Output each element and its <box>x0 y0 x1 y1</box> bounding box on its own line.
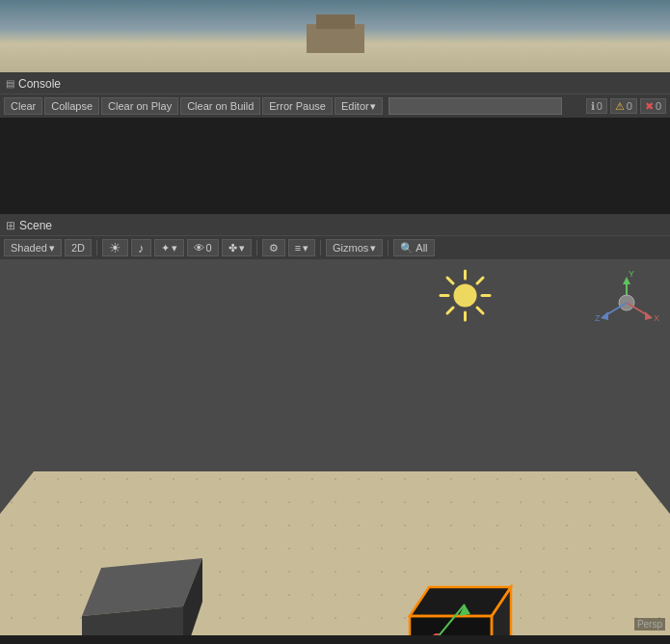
console-toolbar: Clear Collapse Clear on Play Clear on Bu… <box>0 94 670 118</box>
sun-icon <box>439 269 492 333</box>
game-building <box>307 24 364 53</box>
axis-gizmo: Y X Z <box>593 269 660 336</box>
console-panel: ▤ Console Clear Collapse Clear on Play C… <box>0 72 670 215</box>
perspective-label: Persp <box>634 618 665 631</box>
warning-count: 0 <box>627 100 632 112</box>
clear-button[interactable]: Clear <box>4 97 42 115</box>
console-content <box>0 118 670 214</box>
console-title: Console <box>18 77 61 91</box>
effects-button[interactable]: ✦ ▾ <box>154 239 184 256</box>
info-counter: ℹ 0 <box>586 98 607 114</box>
toolbar-separator-4 <box>388 240 389 255</box>
gizmos-button[interactable]: Gizmos ▾ <box>326 239 383 256</box>
search-scene-button[interactable]: 🔍 All <box>393 239 434 256</box>
scene-panel: ⊞ Scene Shaded ▾ 2D ☀ ♪ ✦ ▾ 👁 0 ✤ ▾ ⚙ ≡ … <box>0 215 670 635</box>
toolbar-separator-3 <box>320 240 321 255</box>
audio-button[interactable]: ♪ <box>131 239 151 256</box>
editor-button[interactable]: Editor ▾ <box>335 97 383 115</box>
svg-line-29 <box>477 278 483 283</box>
toolbar-separator-1 <box>96 240 97 255</box>
error-icon: ✖ <box>645 100 654 113</box>
layers-button[interactable]: ≡ ▾ <box>288 239 315 256</box>
scene-toolbar: Shaded ▾ 2D ☀ ♪ ✦ ▾ 👁 0 ✤ ▾ ⚙ ≡ ▾ Gizmos <box>0 236 670 259</box>
svg-line-28 <box>477 308 483 313</box>
clear-on-play-button[interactable]: Clear on Play <box>101 97 178 115</box>
error-pause-button[interactable]: Error Pause <box>262 97 333 115</box>
scene-titlebar: ⊞ Scene <box>0 215 670 236</box>
scene-view[interactable]: Y X Z Persp <box>0 259 670 635</box>
console-counters: ℹ 0 ⚠ 0 ✖ 0 <box>586 98 666 114</box>
scene-svg <box>0 259 670 635</box>
error-counter: ✖ 0 <box>640 98 666 114</box>
game-view-canvas <box>0 0 670 72</box>
svg-line-30 <box>447 308 453 313</box>
hidden-objects-button[interactable]: 👁 0 <box>187 239 219 256</box>
warning-counter: ⚠ 0 <box>610 98 637 114</box>
svg-marker-35 <box>645 311 653 320</box>
tools-button[interactable]: ⚙ <box>262 239 285 256</box>
svg-point-22 <box>454 284 477 308</box>
svg-marker-11 <box>410 616 492 635</box>
svg-line-27 <box>447 278 453 283</box>
2d-button[interactable]: 2D <box>65 239 92 256</box>
info-icon: ℹ <box>591 100 595 113</box>
collapse-button[interactable]: Collapse <box>44 97 99 115</box>
game-view-panel <box>0 0 670 72</box>
y-axis-label: Y <box>629 269 634 279</box>
toolbar-separator-2 <box>256 240 257 255</box>
console-icon: ▤ <box>6 78 14 89</box>
warning-icon: ⚠ <box>615 100 625 113</box>
console-search-input[interactable] <box>389 97 562 115</box>
scene-title: Scene <box>19 219 52 232</box>
console-titlebar: ▤ Console <box>0 73 670 94</box>
error-count: 0 <box>656 100 661 112</box>
particle-button[interactable]: ✤ ▾ <box>222 239 252 256</box>
clear-on-build-button[interactable]: Clear on Build <box>180 97 260 115</box>
shaded-dropdown-button[interactable]: Shaded ▾ <box>4 239 62 256</box>
info-count: 0 <box>597 100 603 112</box>
z-axis-label: Z <box>595 313 601 323</box>
scene-icon: ⊞ <box>6 219 15 232</box>
lighting-button[interactable]: ☀ <box>102 239 128 256</box>
svg-marker-37 <box>601 311 608 320</box>
x-axis-label: X <box>654 313 659 323</box>
